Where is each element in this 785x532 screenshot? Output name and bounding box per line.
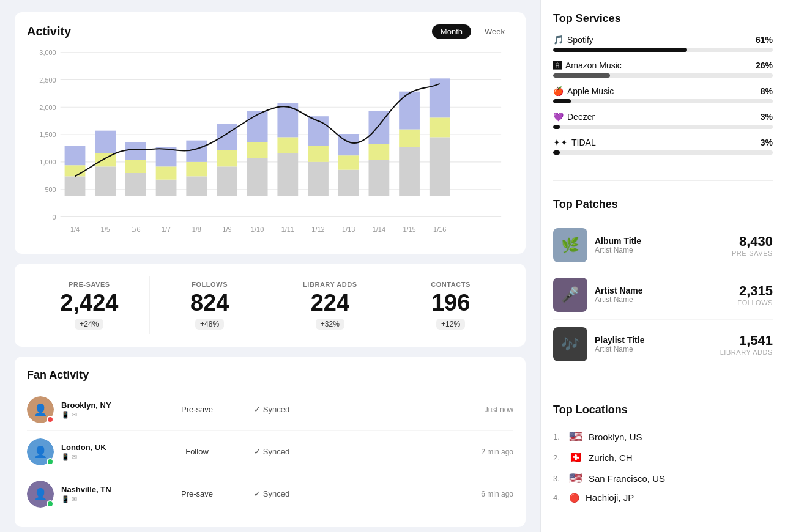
svg-rect-37 [277, 103, 298, 137]
svg-rect-16 [65, 146, 86, 165]
patch-stat-2: 2,315 FOLLOWS [737, 283, 773, 306]
service-apple-bar [553, 99, 773, 103]
svg-rect-33 [247, 142, 268, 158]
patch-thumb-bg-3: 🎶 [553, 327, 587, 361]
stat-library-value: 224 [311, 290, 349, 316]
patch-thumb-bg-2: 🎤 [553, 278, 587, 312]
svg-rect-22 [125, 142, 146, 160]
spotify-icon: 🎵 [553, 35, 564, 45]
service-deezer-pct: 3% [761, 112, 773, 122]
location-num-3: 3. [553, 474, 563, 483]
location-flag-3: 🇺🇸 [569, 471, 582, 485]
svg-rect-23 [156, 180, 177, 196]
svg-text:0: 0 [53, 213, 56, 220]
svg-text:1,000: 1,000 [39, 158, 56, 166]
location-name-4: Hachiōji, JP [586, 492, 634, 503]
service-tidal-name: ✦✦ TIDAL [553, 138, 596, 147]
svg-rect-27 [186, 162, 207, 176]
main-panel: Activity Month Week 3,000 2,500 2,000 [0, 0, 540, 532]
service-apple-fill [553, 99, 571, 103]
location-item-1: 1. 🇺🇸 Brooklyn, US [553, 426, 773, 447]
svg-rect-15 [65, 165, 86, 176]
stat-presaves-label: PRE-SAVEs [69, 281, 110, 288]
stat-library: LIBRARY ADDS 224 +32% [270, 276, 391, 334]
svg-text:1/9: 1/9 [222, 226, 231, 233]
patch-info-1: Album Title Artist Name [595, 236, 724, 254]
stat-follows: FOLLOWS 824 +48% [150, 276, 270, 334]
svg-rect-45 [368, 144, 389, 160]
activity-title: Activity [27, 24, 71, 39]
patch-title-1: Album Title [595, 236, 724, 246]
svg-rect-44 [368, 160, 389, 196]
service-spotify-header: 🎵 Spotify 61% [553, 35, 773, 45]
service-tidal: ✦✦ TIDAL 3% [553, 138, 773, 155]
svg-text:1/6: 1/6 [131, 226, 140, 233]
fan-time-1: Just now [316, 405, 513, 414]
top-services-section: Top Services 🎵 Spotify 61% 🅰 Amazon Musi… [553, 12, 773, 163]
svg-rect-31 [217, 124, 237, 150]
patch-num-2: 2,315 [737, 283, 773, 299]
patch-label-3: LIBRARY ADDS [720, 349, 773, 356]
service-deezer-name: 💜 Deezer [553, 112, 595, 122]
service-amazon-name: 🅰 Amazon Music [553, 61, 622, 70]
svg-text:1/7: 1/7 [162, 226, 171, 233]
service-deezer-bar [553, 125, 773, 129]
service-amazon-header: 🅰 Amazon Music 26% [553, 61, 773, 70]
svg-rect-51 [430, 117, 450, 137]
svg-text:3,000: 3,000 [39, 49, 56, 56]
stat-contacts-value: 196 [431, 290, 470, 316]
service-tidal-fill [553, 150, 560, 155]
top-patches-title: Top Patches [553, 198, 773, 211]
service-spotify: 🎵 Spotify 61% [553, 35, 773, 52]
deezer-icon: 💜 [553, 112, 564, 122]
week-button[interactable]: Week [476, 24, 513, 39]
fan-activity-title: Fan Activity [27, 369, 513, 382]
svg-rect-24 [156, 166, 177, 179]
svg-text:1/12: 1/12 [311, 226, 324, 233]
fan-time-2: 2 min ago [316, 448, 513, 456]
amazon-icon: 🅰 [553, 61, 562, 70]
svg-rect-49 [399, 92, 420, 130]
svg-rect-30 [217, 150, 237, 167]
synced-icon-2: ✓ [254, 447, 261, 456]
service-amazon-pct: 26% [756, 61, 773, 70]
top-locations-section: Top Locations 1. 🇺🇸 Brooklyn, US 2. 🇨🇭 Z… [553, 404, 773, 506]
fan-status-3: ✓ Synced [235, 489, 308, 498]
svg-rect-47 [399, 147, 420, 196]
fan-action-1: Pre-save [166, 405, 228, 414]
svg-rect-48 [399, 130, 420, 147]
fan-row-3: 👤 Nashville, TN 📱 ✉ Pre-save ✓ Synced 6 … [27, 473, 513, 515]
activity-card: Activity Month Week 3,000 2,500 2,000 [15, 12, 526, 254]
service-spotify-pct: 61% [756, 35, 773, 45]
month-button[interactable]: Month [432, 24, 471, 39]
svg-rect-41 [338, 170, 359, 196]
activity-chart: 3,000 2,500 2,000 1,500 1,000 500 0 [27, 46, 513, 242]
patch-thumb-1: 🌿 [553, 228, 587, 262]
time-toggle: Month Week [432, 24, 513, 39]
service-apple-pct: 8% [761, 86, 773, 96]
svg-rect-42 [338, 155, 359, 169]
location-flag-1: 🇺🇸 [569, 430, 582, 443]
service-tidal-pct: 3% [761, 138, 773, 147]
top-patches-section: Top Patches 🌿 Album Title Artist Name 8,… [553, 198, 773, 369]
tidal-icon: ✦✦ [553, 138, 568, 147]
svg-text:1/5: 1/5 [101, 226, 110, 233]
service-tidal-header: ✦✦ TIDAL 3% [553, 138, 773, 147]
location-name-3: San Francisco, US [589, 473, 665, 484]
patch-thumb-3: 🎶 [553, 327, 587, 361]
stat-contacts-label: CONTACTS [431, 281, 471, 288]
patch-item-3: 🎶 Playlist Title Artist Name 1,541 LIBRA… [553, 320, 773, 369]
service-deezer: 💜 Deezer 3% [553, 112, 773, 129]
patch-stat-1: 8,430 PRE-SAVES [732, 234, 773, 257]
fan-time-3: 6 min ago [316, 490, 513, 498]
service-amazon: 🅰 Amazon Music 26% [553, 61, 773, 78]
svg-rect-50 [430, 137, 450, 196]
stats-row: PRE-SAVEs 2,424 +24% FOLLOWS 824 +48% LI… [15, 264, 526, 347]
top-locations-title: Top Locations [553, 404, 773, 416]
fan-status-2: ✓ Synced [235, 447, 308, 456]
svg-rect-17 [95, 166, 116, 196]
divider-2 [553, 386, 773, 386]
service-amazon-fill [553, 73, 610, 78]
patch-artist-3: Artist Name [595, 345, 713, 353]
location-flag-4: 🔴 [569, 493, 579, 503]
